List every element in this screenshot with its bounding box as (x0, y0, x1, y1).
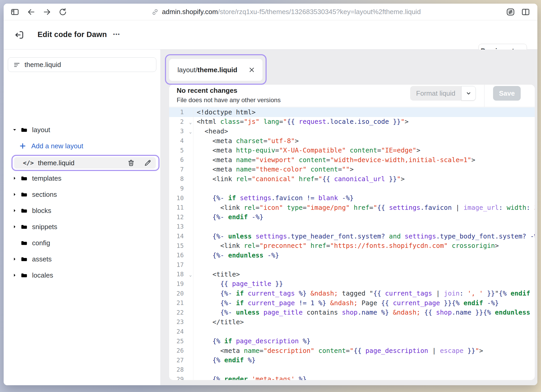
code-line[interactable]: 14 {%- unless settings.type_header_font.… (169, 231, 535, 241)
code-line[interactable]: 25 {% if page_description %} (169, 336, 535, 346)
code-line[interactable]: 7 <meta name="theme-color" content=""> (169, 165, 535, 174)
selected-file-highlight-ring: </> theme.liquid (11, 155, 159, 171)
code-line[interactable]: 9 (169, 184, 535, 193)
code-line[interactable]: 8 <link rel="canonical" href="{{ canonic… (169, 174, 535, 184)
sidebar-item-assets[interactable]: assets (4, 253, 160, 265)
folder-icon (21, 256, 28, 263)
code-editor-card: No recent changes File does not have any… (169, 85, 535, 380)
code-line[interactable]: 23 </title> (169, 317, 535, 327)
file-label: theme.liquid (38, 159, 75, 167)
chevron-right-icon[interactable] (11, 207, 18, 214)
sidebar-item-sections[interactable]: sections (4, 188, 160, 200)
chevron-right-icon[interactable] (11, 256, 18, 262)
code-line[interactable]: 15 <link rel="preconnect" href="https://… (169, 241, 535, 250)
code-line[interactable]: 6 <meta name="viewport" content="width=d… (169, 155, 535, 165)
code-line[interactable]: 16 {%- endunless -%} (169, 250, 535, 260)
tab-label: layout/theme.liquid (177, 66, 237, 74)
line-number: 15 (169, 241, 193, 250)
folder-label: config (32, 239, 50, 247)
folder-icon (21, 191, 28, 198)
add-new-layout-link[interactable]: Add a new layout (19, 140, 83, 152)
code-editor[interactable]: 1<!doctype html>2⌄<html class="js" lang=… (169, 107, 535, 380)
folder-label: blocks (32, 207, 51, 215)
tab-highlight-ring: layout/theme.liquid (165, 54, 267, 85)
line-number: 24 (169, 327, 193, 336)
code-line[interactable]: 17 (169, 260, 535, 270)
code-line[interactable]: 2⌄<html class="js" lang="{{ request.loca… (169, 117, 535, 127)
split-view-icon[interactable] (521, 8, 530, 16)
line-number: 25 (169, 336, 193, 346)
fold-chevron-icon[interactable]: ⌄ (189, 129, 192, 134)
sidebar-item-templates[interactable]: templates (4, 172, 160, 184)
file-search-input[interactable]: theme.liquid (8, 57, 156, 72)
page-settings-icon[interactable] (506, 8, 515, 16)
sidebar-item-theme-liquid[interactable]: </> theme.liquid (14, 157, 156, 169)
tab-layout-theme-liquid[interactable]: layout/theme.liquid (169, 59, 262, 81)
code-line[interactable]: 4 <meta charset="utf-8"> (169, 136, 535, 146)
code-line[interactable]: 21 {%- if current_page != 1 %} &ndash; P… (169, 298, 535, 308)
code-line[interactable]: 27 {% endif %} (169, 355, 535, 365)
format-liquid-button[interactable]: Format liquid (410, 86, 461, 101)
code-line[interactable]: 26 <meta name="description" content="{{ … (169, 346, 535, 356)
code-line[interactable]: 28 (169, 365, 535, 375)
code-line[interactable]: 19 {{ page_title }} (169, 279, 535, 289)
chevron-right-icon[interactable] (11, 224, 18, 230)
code-line[interactable]: 11 <link rel="icon" type="image/png" hre… (169, 203, 535, 212)
line-number: 28 (169, 365, 193, 375)
address-bar[interactable]: admin.shopify.com/store/rzq1xu-f5/themes… (82, 4, 490, 20)
folder-label: templates (32, 174, 62, 182)
fold-chevron-icon[interactable]: ⌄ (189, 120, 192, 125)
sidebar-item-locales[interactable]: locales (4, 269, 160, 281)
code-line[interactable]: 20 {%- if current_tags %} &ndash; tagged… (169, 289, 535, 298)
browser-window: admin.shopify.com/store/rzq1xu-f5/themes… (4, 4, 537, 385)
code-line[interactable]: 29 {% render 'meta-tags' %} (169, 375, 535, 380)
code-line[interactable]: 5 <meta http-equiv="X-UA-Compatible" con… (169, 145, 535, 155)
close-tab-icon[interactable] (248, 66, 255, 73)
add-layout-label: Add a new layout (31, 142, 83, 150)
file-sidebar: theme.liquid layout Add a new layout </>… (4, 50, 160, 385)
line-number: 11 (169, 203, 193, 212)
chevron-right-icon[interactable] (11, 191, 18, 198)
code-line[interactable]: 1<!doctype html> (169, 107, 535, 117)
line-number: 17 (169, 260, 193, 270)
fold-chevron-icon[interactable]: ⌄ (189, 272, 192, 277)
code-line[interactable]: 13 (169, 222, 535, 231)
code-line[interactable]: 3⌄ <head> (169, 126, 535, 136)
sidebar-item-snippets[interactable]: snippets (4, 221, 160, 233)
code-line[interactable]: 10 {%- if settings.favicon != blank -%} (169, 193, 535, 203)
editor-main-area: layout/theme.liquid No recent changes Fi… (160, 50, 537, 385)
link-icon (151, 8, 159, 16)
reload-icon[interactable] (58, 8, 67, 16)
sidebar-item-config[interactable]: config (4, 237, 160, 249)
chevron-down-icon (465, 90, 472, 97)
url-text: admin.shopify.com/store/rzq1xu-f5/themes… (162, 8, 421, 16)
folder-icon (21, 272, 28, 279)
chevron-right-icon[interactable] (11, 175, 18, 181)
format-dropdown-button[interactable] (461, 86, 476, 101)
folder-icon (21, 126, 28, 133)
sidebar-item-blocks[interactable]: blocks (4, 205, 160, 217)
code-line[interactable]: 12 {%- endif -%} (169, 212, 535, 222)
more-actions-icon[interactable]: ••• (113, 31, 120, 37)
code-line[interactable]: 24 (169, 327, 535, 336)
folder-icon (21, 175, 28, 182)
sidebar-toggle-icon[interactable] (10, 8, 19, 16)
delete-file-icon[interactable] (127, 159, 135, 167)
chevron-down-icon[interactable] (11, 127, 18, 133)
folder-label: assets (32, 255, 52, 263)
exit-editor-icon[interactable] (14, 30, 24, 40)
folder-label: snippets (32, 223, 57, 231)
code-line[interactable]: 18⌄ <title> (169, 270, 535, 279)
line-number: 4 (169, 136, 193, 146)
code-line[interactable]: 22 {%- unless page_title contains shop.n… (169, 308, 535, 317)
chevron-right-icon[interactable] (11, 272, 18, 278)
save-button[interactable]: Save (493, 86, 521, 101)
folder-icon (21, 207, 28, 214)
line-number: 19 (169, 279, 193, 289)
rename-file-icon[interactable] (144, 159, 152, 167)
forward-icon[interactable] (43, 8, 52, 16)
line-number: 20 (169, 289, 193, 298)
sidebar-item-layout[interactable]: layout (4, 124, 160, 136)
line-number: 14 (169, 231, 193, 241)
back-icon[interactable] (27, 8, 35, 16)
